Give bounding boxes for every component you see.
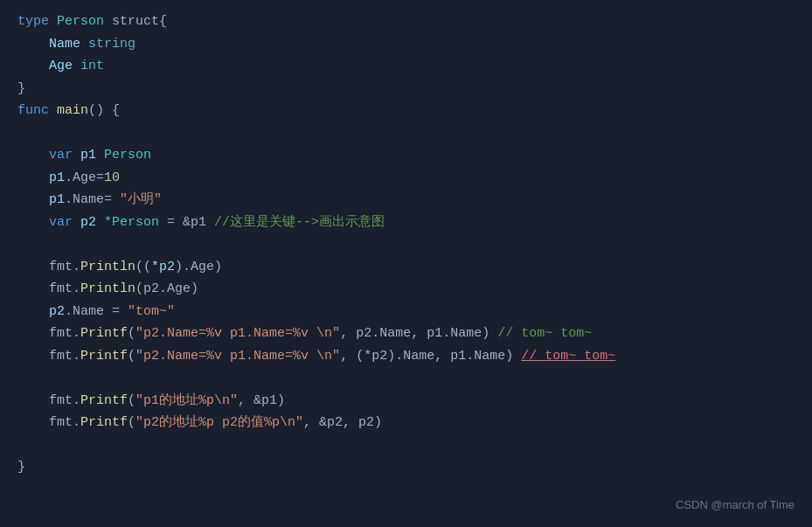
code-token: . [73, 349, 80, 364]
code-line: fmt.Printf("p2.Name=%v p1.Name=%v \n", (… [0, 345, 812, 368]
code-token: "小明" [120, 192, 162, 207]
code-token: = &p1 [159, 215, 214, 230]
code-empty-line [0, 367, 812, 390]
code-line: p1.Age=10 [0, 167, 812, 190]
code-line: var p1 Person [0, 144, 812, 167]
code-token: "p2.Name=%v p1.Name=%v \n" [135, 326, 340, 341]
code-token [17, 192, 49, 207]
code-token [73, 148, 80, 163]
code-line: func main() { [0, 100, 812, 122]
code-token: Printf [80, 415, 128, 430]
code-line: var p2 *Person = &p1 //这里是关键-->画出示意图 [0, 211, 812, 234]
code-token: Age [49, 59, 73, 73]
code-empty-line [0, 233, 812, 256]
code-token [17, 415, 49, 430]
code-token: fmt [49, 281, 73, 296]
code-token: fmt [49, 349, 73, 364]
code-token: Name [49, 37, 80, 52]
code-token: Person [104, 148, 151, 163]
code-token: struct{ [104, 14, 167, 29]
code-token: var [49, 148, 73, 163]
code-token: var [49, 215, 73, 230]
code-token: ( [128, 349, 135, 364]
code-token: ( [128, 326, 135, 341]
code-token: p1 [49, 192, 65, 207]
code-token [80, 37, 88, 52]
code-token [73, 59, 80, 73]
code-token: p1 [49, 170, 65, 185]
code-token: .Age= [65, 170, 104, 185]
code-token [17, 170, 49, 185]
code-token: 10 [104, 170, 120, 185]
code-token: fmt [49, 415, 73, 430]
code-token: , (*p2).Name, p1.Name) [340, 349, 521, 364]
code-token [96, 148, 104, 163]
code-token [73, 215, 80, 230]
code-line: } [0, 456, 812, 479]
code-line: type Person struct{ [0, 10, 812, 33]
code-token: Println [80, 260, 135, 274]
code-token [17, 326, 49, 341]
code-token: , &p1) [238, 393, 285, 408]
code-line: fmt.Printf("p2的地址%p p2的值%p\n", &p2, p2) [0, 412, 812, 434]
code-token: // tom~ tom~ [497, 326, 592, 341]
code-token: fmt [49, 393, 73, 408]
code-token: func [17, 103, 49, 118]
code-token [96, 215, 104, 230]
code-token [17, 215, 49, 230]
code-line: fmt.Printf("p1的地址%p\n", &p1) [0, 390, 812, 413]
code-token: Println [80, 281, 135, 296]
code-token [17, 260, 49, 274]
code-token: int [80, 59, 104, 73]
code-token: .Name = [65, 304, 128, 319]
code-token: . [73, 393, 80, 408]
code-token [49, 103, 57, 118]
code-token: main [57, 103, 88, 118]
code-token: "p1的地址%p\n" [135, 393, 238, 408]
code-token: Printf [80, 326, 128, 341]
watermark: CSDN @march of Time [676, 496, 795, 515]
code-token: (( [135, 260, 151, 274]
code-token: "p2.Name=%v p1.Name=%v \n" [135, 349, 340, 364]
code-token: p2 [49, 304, 65, 319]
code-token [17, 304, 49, 319]
code-token: fmt [49, 326, 73, 341]
code-token [17, 59, 49, 73]
code-line: p2.Name = "tom~" [0, 301, 812, 323]
code-token: p1 [80, 148, 96, 163]
code-token: ( [128, 415, 135, 430]
code-line: fmt.Println((*p2).Age) [0, 256, 812, 279]
code-token: Person [57, 14, 104, 29]
code-token: , &p2, p2) [303, 415, 382, 430]
code-token: () { [88, 103, 120, 118]
code-token: (p2.Age) [135, 281, 198, 296]
code-token [17, 37, 49, 52]
code-token: p2 [80, 215, 96, 230]
code-token [17, 281, 49, 296]
code-token [17, 393, 49, 408]
code-token: } [17, 81, 25, 96]
code-line: Name string [0, 33, 812, 56]
code-line: fmt.Printf("p2.Name=%v p1.Name=%v \n", p… [0, 322, 812, 345]
code-token: "p2的地址%p p2的值%p\n" [135, 415, 303, 430]
code-token [17, 148, 49, 163]
code-line: Age int [0, 55, 812, 78]
code-token: //这里是关键-->画出示意图 [214, 215, 385, 230]
code-line: } [0, 78, 812, 101]
code-token: . [73, 415, 80, 430]
code-token: ).Age) [175, 260, 222, 274]
code-line: fmt.Println(p2.Age) [0, 278, 812, 301]
code-token: Printf [80, 393, 128, 408]
code-token [49, 14, 57, 29]
code-token: fmt [49, 260, 73, 274]
code-token: string [88, 37, 135, 52]
code-token: , p2.Name, p1.Name) [340, 326, 497, 341]
code-token: type [17, 14, 49, 29]
code-token: *p2 [151, 260, 175, 274]
code-token: *Person [104, 215, 159, 230]
code-token: . [73, 260, 80, 274]
code-token: // tom~ tom~ [521, 349, 615, 364]
code-token: ( [128, 393, 135, 408]
code-token: . [73, 326, 80, 341]
code-token: Printf [80, 349, 128, 364]
